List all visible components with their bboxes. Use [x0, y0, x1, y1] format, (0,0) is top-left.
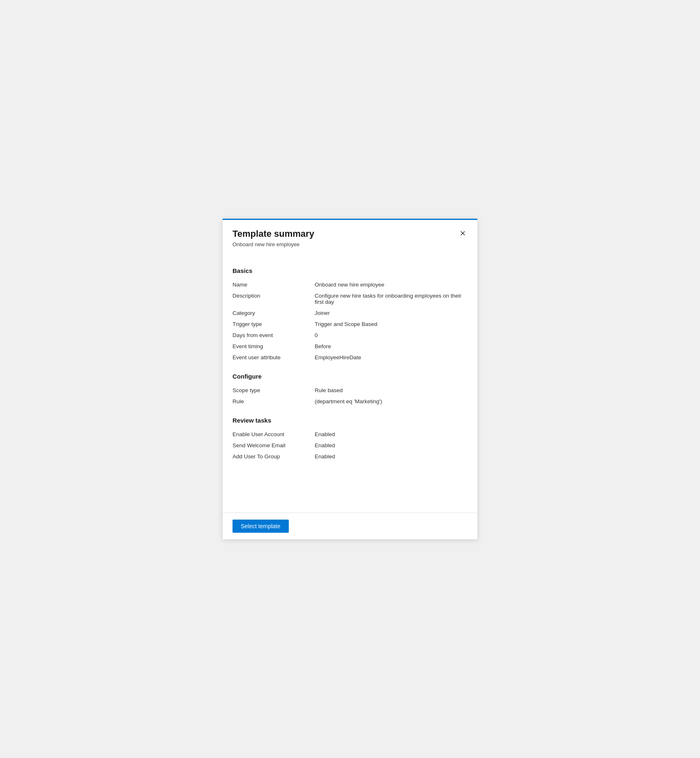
field-days-from-event: Days from event 0 — [233, 330, 467, 341]
field-value-description: Configure new hire tasks for onboarding … — [315, 293, 467, 305]
field-value-scope-type: Rule based — [315, 387, 467, 393]
field-category: Category Joiner — [233, 307, 467, 319]
field-value-category: Joiner — [315, 310, 467, 316]
field-name: Name Onboard new hire employee — [233, 279, 467, 290]
field-value-add-user-to-group: Enabled — [315, 453, 467, 460]
field-rule: Rule (department eq 'Marketing') — [233, 396, 467, 407]
field-enable-user-account: Enable User Account Enabled — [233, 429, 467, 440]
select-template-button[interactable]: Select template — [233, 520, 289, 533]
field-value-trigger-type: Trigger and Scope Based — [315, 321, 467, 327]
field-label-scope-type: Scope type — [233, 387, 315, 393]
field-label-trigger-type: Trigger type — [233, 321, 315, 327]
field-label-rule: Rule — [233, 398, 315, 404]
panel-subtitle: Onboard new hire employee — [233, 241, 314, 247]
basics-section-title: Basics — [233, 267, 467, 274]
configure-section-title: Configure — [233, 373, 467, 380]
field-value-event-user-attribute: EmployeeHireDate — [315, 354, 467, 361]
field-label-description: Description — [233, 293, 315, 305]
close-button[interactable]: ✕ — [458, 228, 467, 239]
field-trigger-type: Trigger type Trigger and Scope Based — [233, 319, 467, 330]
field-scope-type: Scope type Rule based — [233, 385, 467, 396]
review-tasks-section-title: Review tasks — [233, 417, 467, 424]
panel-body: Basics Name Onboard new hire employee De… — [223, 252, 477, 513]
field-label-days-from-event: Days from event — [233, 332, 315, 338]
field-add-user-to-group: Add User To Group Enabled — [233, 451, 467, 462]
panel-header: Template summary Onboard new hire employ… — [223, 220, 477, 252]
field-value-days-from-event: 0 — [315, 332, 467, 338]
field-description: Description Configure new hire tasks for… — [233, 290, 467, 307]
field-send-welcome-email: Send Welcome Email Enabled — [233, 440, 467, 451]
field-label-name: Name — [233, 282, 315, 288]
field-value-event-timing: Before — [315, 343, 467, 349]
field-label-category: Category — [233, 310, 315, 316]
field-value-name: Onboard new hire employee — [315, 282, 467, 288]
panel-footer: Select template — [223, 513, 477, 539]
field-value-enable-user-account: Enabled — [315, 431, 467, 437]
field-label-add-user-to-group: Add User To Group — [233, 453, 315, 460]
panel-title: Template summary — [233, 228, 314, 240]
field-label-event-user-attribute: Event user attribute — [233, 354, 315, 361]
field-label-event-timing: Event timing — [233, 343, 315, 349]
template-summary-panel: Template summary Onboard new hire employ… — [223, 219, 477, 539]
field-value-send-welcome-email: Enabled — [315, 442, 467, 448]
field-value-rule: (department eq 'Marketing') — [315, 398, 467, 404]
field-event-timing: Event timing Before — [233, 341, 467, 352]
field-label-enable-user-account: Enable User Account — [233, 431, 315, 437]
field-label-send-welcome-email: Send Welcome Email — [233, 442, 315, 448]
header-text-block: Template summary Onboard new hire employ… — [233, 228, 314, 247]
field-event-user-attribute: Event user attribute EmployeeHireDate — [233, 352, 467, 363]
